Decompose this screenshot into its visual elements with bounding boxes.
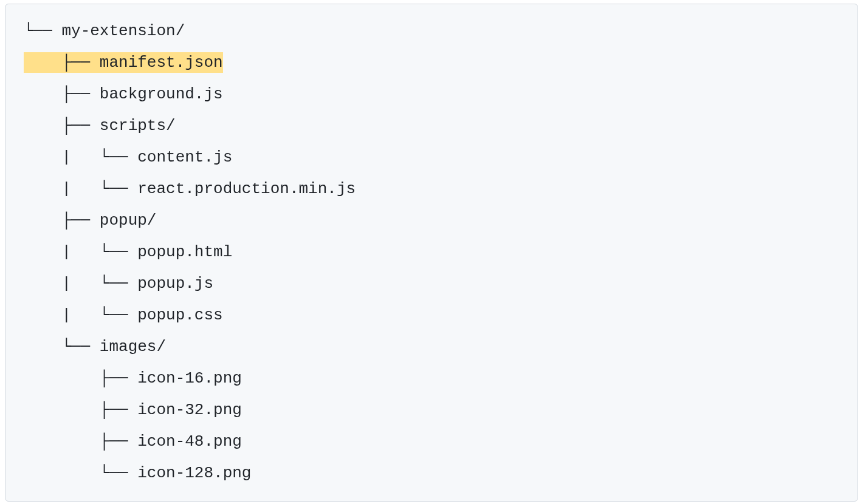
tree-name: my-extension/ xyxy=(61,22,185,40)
tree-line: | └── react.production.min.js xyxy=(5,173,858,205)
tree-name: popup.css xyxy=(137,306,222,324)
tree-prefix: ├── xyxy=(24,432,137,451)
tree-prefix: | └── xyxy=(24,148,137,166)
tree-prefix: | └── xyxy=(24,306,137,324)
tree-prefix: └── xyxy=(24,22,61,40)
tree-prefix: ├── xyxy=(24,85,100,103)
tree-line: ├── icon-16.png xyxy=(5,363,858,394)
tree-name: icon-128.png xyxy=(137,464,251,482)
tree-prefix: ├── xyxy=(24,401,137,419)
tree-name: icon-48.png xyxy=(137,432,242,451)
tree-line: └── icon-128.png xyxy=(5,457,858,489)
tree-line: └── images/ xyxy=(5,331,858,363)
tree-line: | └── content.js xyxy=(5,141,858,173)
tree-prefix: ├── xyxy=(24,53,100,72)
tree-name: popup.js xyxy=(137,274,213,293)
tree-name: content.js xyxy=(137,148,232,166)
tree-line: ├── icon-32.png xyxy=(5,394,858,426)
tree-line: | └── popup.html xyxy=(5,236,858,268)
tree-prefix: └── xyxy=(24,338,100,356)
tree-line: | └── popup.css xyxy=(5,299,858,331)
tree-name: icon-32.png xyxy=(137,401,242,419)
tree-prefix: | └── xyxy=(24,180,137,198)
tree-name: background.js xyxy=(100,85,223,103)
tree-name: popup.html xyxy=(137,243,232,261)
tree-prefix: └── xyxy=(24,464,137,482)
tree-line: ├── popup/ xyxy=(5,205,858,236)
tree-prefix: ├── xyxy=(24,369,137,387)
tree-name: react.production.min.js xyxy=(137,180,356,198)
code-block: └── my-extension/ ├── manifest.json ├── … xyxy=(5,4,858,502)
tree-prefix: | └── xyxy=(24,243,137,261)
tree-name: scripts/ xyxy=(100,117,176,135)
tree-line: ├── scripts/ xyxy=(5,110,858,141)
tree-line: └── my-extension/ xyxy=(5,15,858,47)
tree-name: manifest.json xyxy=(100,53,223,72)
tree-line: | └── popup.js xyxy=(5,268,858,299)
tree-prefix: | └── xyxy=(24,274,137,293)
tree-line: ├── background.js xyxy=(5,78,858,110)
tree-prefix: ├── xyxy=(24,211,100,230)
tree-prefix: ├── xyxy=(24,117,100,135)
tree-name: icon-16.png xyxy=(137,369,242,387)
tree-name: images/ xyxy=(100,338,166,356)
tree-name: popup/ xyxy=(100,211,157,230)
tree-line: ├── icon-48.png xyxy=(5,426,858,457)
highlight: ├── manifest.json xyxy=(24,52,223,73)
tree-line: ├── manifest.json xyxy=(5,47,858,78)
